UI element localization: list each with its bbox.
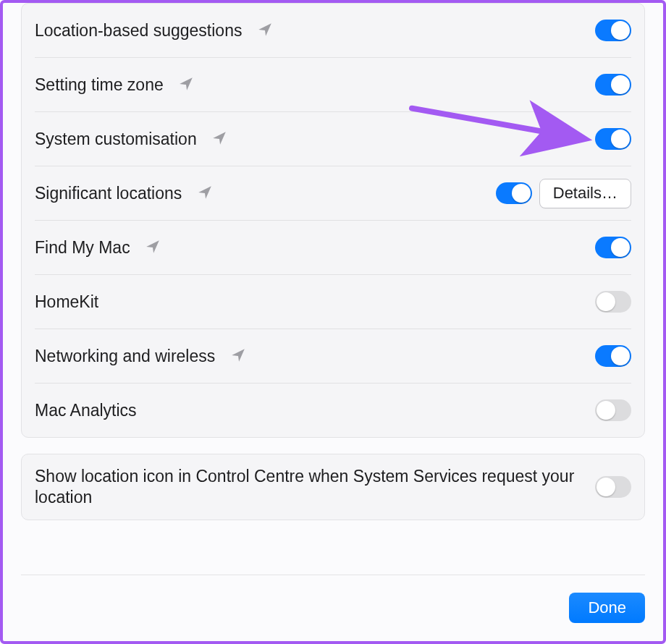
row-label-text: Mac Analytics	[35, 401, 137, 420]
row-label-text: Networking and wireless	[35, 347, 215, 365]
show-location-icon-panel: Show location icon in Control Centre whe…	[21, 454, 645, 520]
row-label-text: System customisation	[35, 130, 197, 148]
row-homekit: HomeKit	[35, 274, 631, 329]
row-label: Setting time zone	[35, 75, 595, 96]
toggle-networking-and-wireless[interactable]	[595, 345, 631, 367]
row-label-text: Find My Mac	[35, 238, 130, 257]
location-arrow-icon	[230, 347, 246, 363]
row-label: Mac Analytics	[35, 400, 595, 421]
toggle-show-location-icon[interactable]	[595, 476, 631, 498]
row-label: Find My Mac	[35, 237, 595, 258]
dialog-footer: Done	[21, 575, 645, 623]
row-label: Significant locations	[35, 183, 496, 204]
details-button[interactable]: Details…	[539, 179, 631, 208]
row-location-suggestions: Location-based suggestions	[35, 4, 631, 57]
row-label-text: Location-based suggestions	[35, 21, 242, 40]
location-arrow-icon	[257, 22, 273, 38]
row-label: Show location icon in Control Centre whe…	[35, 454, 595, 520]
location-arrow-icon	[197, 185, 213, 200]
toggle-system-customisation[interactable]	[595, 128, 631, 150]
row-label: System customisation	[35, 129, 595, 150]
toggle-find-my-mac[interactable]	[595, 237, 631, 258]
row-system-customisation: System customisation	[35, 111, 631, 166]
location-arrow-icon	[211, 130, 227, 146]
toggle-homekit[interactable]	[595, 291, 631, 313]
row-setting-time-zone: Setting time zone	[35, 57, 631, 111]
row-label-text: HomeKit	[35, 292, 98, 311]
toggle-setting-time-zone[interactable]	[595, 74, 631, 96]
row-label: Location-based suggestions	[35, 20, 595, 41]
row-label: Networking and wireless	[35, 346, 595, 367]
system-services-list: Location-based suggestions Setting time …	[21, 3, 645, 438]
location-arrow-icon	[178, 76, 194, 92]
row-label-text: Setting time zone	[35, 75, 164, 94]
row-significant-locations: Significant locations Details…	[35, 166, 631, 220]
row-find-my-mac: Find My Mac	[35, 220, 631, 274]
row-label-text: Significant locations	[35, 184, 182, 203]
row-show-location-icon: Show location icon in Control Centre whe…	[35, 454, 631, 520]
row-mac-analytics: Mac Analytics	[35, 383, 631, 437]
row-label: HomeKit	[35, 292, 595, 313]
toggle-significant-locations[interactable]	[496, 182, 532, 204]
done-button[interactable]: Done	[569, 593, 645, 623]
location-arrow-icon	[145, 239, 161, 255]
row-networking-and-wireless: Networking and wireless	[35, 329, 631, 383]
toggle-location-suggestions[interactable]	[595, 20, 631, 41]
toggle-mac-analytics[interactable]	[595, 399, 631, 421]
